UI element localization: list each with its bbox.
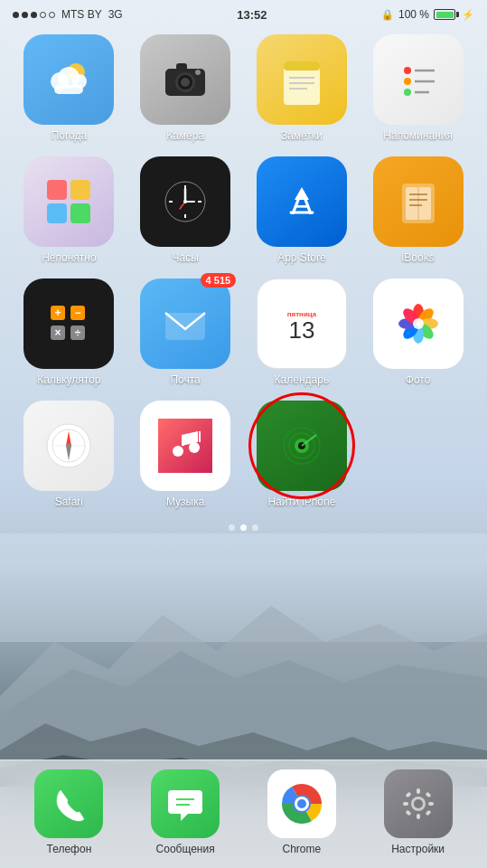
weather-icon	[23, 34, 114, 125]
svg-point-63	[413, 326, 424, 344]
weather-label: Погода	[52, 129, 88, 142]
signal-dot-2	[22, 12, 28, 18]
svg-rect-14	[284, 61, 320, 71]
dock: Телефон Сообщения	[0, 760, 487, 868]
safari-label: Safari	[55, 495, 83, 508]
chrome-icon-bg	[267, 769, 336, 838]
svg-rect-11	[176, 63, 187, 71]
svg-rect-54	[282, 309, 322, 342]
svg-point-79	[189, 442, 200, 453]
page-dot-1	[229, 524, 235, 531]
settings-label: Настройки	[391, 843, 445, 855]
svg-point-75	[67, 444, 71, 448]
photos-label: Фото	[406, 373, 431, 386]
svg-point-69	[49, 426, 89, 466]
mail-label: Почта	[170, 373, 200, 386]
svg-point-10	[181, 78, 190, 87]
signal-dot-3	[31, 12, 37, 18]
app-calendar[interactable]: пятница 13 Календарь	[248, 278, 357, 386]
svg-rect-100	[425, 791, 431, 797]
svg-point-9	[178, 75, 192, 90]
dock-chrome[interactable]: Chrome	[248, 769, 357, 855]
reminders-label: Напоминания	[383, 129, 453, 142]
dock-settings[interactable]: Настройки	[363, 769, 473, 855]
findphone-label: Найти iPhone	[267, 495, 335, 508]
svg-point-94	[414, 799, 423, 808]
music-icon-bg	[140, 401, 230, 491]
app-appstore[interactable]: A App Store	[248, 156, 357, 264]
dock-messages[interactable]: Сообщения	[131, 769, 240, 855]
svg-point-82	[284, 428, 320, 464]
app-music[interactable]: Музыка	[131, 401, 240, 508]
mail-badge: 4 515	[201, 273, 237, 288]
app-mail[interactable]: 4 515 Почта	[131, 278, 240, 386]
svg-rect-0	[0, 533, 487, 642]
svg-point-3	[51, 72, 69, 90]
svg-rect-39	[402, 184, 435, 223]
dock-phone[interactable]: Телефон	[14, 769, 124, 855]
svg-point-2	[67, 63, 85, 81]
svg-rect-7	[165, 69, 205, 96]
svg-point-28	[165, 182, 205, 222]
app-weather[interactable]: Погода	[14, 34, 124, 142]
svg-marker-73	[66, 431, 71, 448]
camera-icon-bg	[140, 34, 230, 125]
svg-point-67	[413, 318, 424, 329]
svg-rect-24	[47, 180, 67, 200]
page-dot-3	[252, 524, 258, 531]
svg-rect-48	[70, 326, 85, 340]
clock-label: Часы	[172, 251, 198, 264]
app-clock[interactable]: Часы	[131, 156, 240, 264]
svg-rect-95	[417, 788, 420, 794]
app-camera[interactable]: Камера	[131, 34, 240, 142]
svg-rect-26	[47, 203, 67, 223]
svg-rect-101	[405, 809, 411, 816]
svg-point-85	[298, 442, 305, 449]
app-safari[interactable]: Safari	[14, 401, 124, 508]
app-unknown[interactable]: Непонятно	[14, 156, 124, 264]
app-calc[interactable]: + − × ÷ Калькулятор	[14, 278, 124, 386]
app-grid: Погода Камера Заметки	[0, 25, 487, 517]
svg-rect-53	[165, 313, 205, 340]
svg-rect-47	[51, 326, 65, 340]
signal-dot-1	[13, 12, 19, 18]
svg-point-20	[404, 89, 411, 96]
unknown-label: Непонятно	[42, 251, 96, 264]
app-notes[interactable]: Заметки	[248, 34, 357, 142]
svg-point-83	[289, 433, 314, 458]
svg-text:пятница: пятница	[287, 310, 317, 318]
settings-icon-bg	[384, 769, 453, 838]
svg-rect-40	[406, 187, 431, 220]
appstore-icon-bg: A	[257, 156, 347, 247]
svg-text:−: −	[75, 307, 81, 319]
svg-text:÷: ÷	[75, 326, 81, 339]
camera-label: Камера	[166, 129, 204, 142]
battery-area: 🔒 100 % ⚡	[381, 8, 474, 21]
svg-point-60	[416, 306, 436, 326]
signal-carrier: MTS BY 3G	[13, 8, 123, 21]
signal-dot-4	[40, 12, 46, 18]
svg-rect-99	[405, 791, 411, 797]
svg-point-68	[47, 424, 90, 467]
clock: 13:52	[237, 8, 267, 22]
svg-point-70	[52, 429, 85, 462]
app-findphone[interactable]: Найти iPhone	[248, 401, 357, 508]
svg-point-29	[167, 184, 203, 220]
svg-text:+: +	[55, 307, 61, 319]
notes-icon-bg	[257, 34, 347, 125]
chrome-label: Chrome	[283, 843, 322, 855]
app-photos[interactable]: Фото	[363, 278, 473, 386]
app-reminders[interactable]: Напоминания	[363, 34, 473, 142]
app-ibooks[interactable]: iBooks	[363, 156, 473, 264]
svg-point-66	[400, 306, 421, 326]
lock-icon: 🔒	[381, 9, 394, 21]
svg-rect-27	[70, 203, 90, 223]
phone-icon-bg	[34, 769, 103, 838]
notes-label: Заметки	[281, 129, 323, 142]
svg-point-18	[404, 67, 411, 74]
battery-icon	[434, 9, 459, 20]
svg-point-61	[420, 318, 438, 329]
svg-text:13: 13	[288, 316, 314, 344]
svg-point-92	[297, 799, 306, 808]
svg-rect-25	[70, 180, 90, 200]
